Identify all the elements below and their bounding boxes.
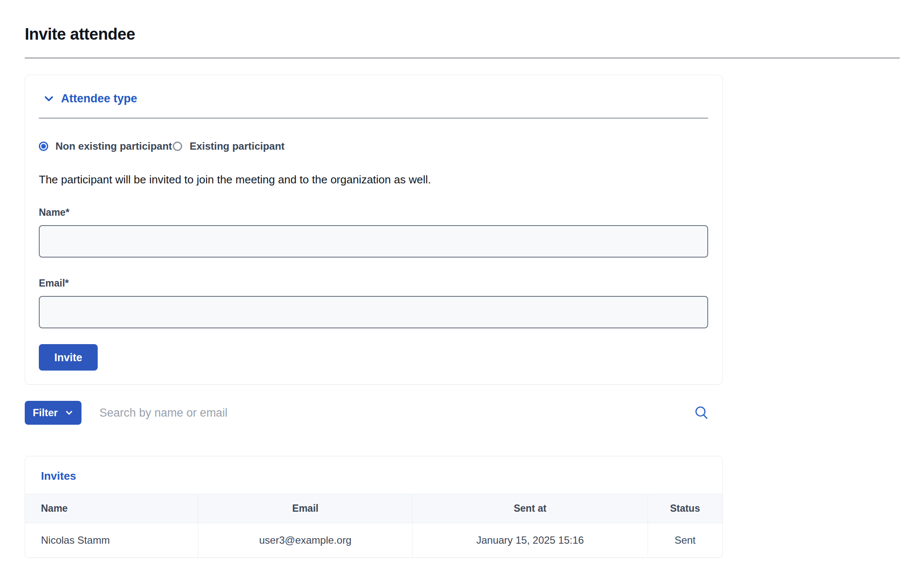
column-header-name: Name: [25, 494, 198, 523]
section-divider: [39, 118, 708, 119]
table-header-row: Name Email Sent at Status: [25, 494, 722, 523]
cell-invitee-email: user3@example.org: [198, 523, 413, 557]
radio-existing-participant[interactable]: Existing participant: [173, 140, 285, 153]
invites-card: Invites Name Email Sent at Status Nicola…: [25, 456, 723, 558]
attendee-type-radio-group: Non existing participant Existing partic…: [39, 140, 708, 153]
attendee-type-card: Attendee type Non existing participant E…: [25, 75, 723, 385]
table-row: Nicolas Stamm user3@example.org January …: [25, 523, 722, 557]
cell-status: Sent: [648, 523, 722, 557]
column-header-sent-at: Sent at: [413, 494, 648, 523]
invite-button[interactable]: Invite: [39, 344, 98, 371]
radio-label: Non existing participant: [55, 140, 172, 153]
filter-search-bar: Filter: [25, 401, 723, 425]
search-input[interactable]: [99, 401, 694, 425]
section-title: Attendee type: [61, 91, 137, 106]
column-header-status: Status: [648, 494, 722, 523]
attendee-type-section-toggle[interactable]: Attendee type: [39, 91, 708, 106]
invites-table: Name Email Sent at Status Nicolas Stamm …: [25, 494, 722, 557]
radio-unselected-icon[interactable]: [173, 142, 182, 151]
page-title: Invite attendee: [25, 0, 924, 43]
email-field-label: Email*: [39, 277, 708, 290]
search-icon[interactable]: [694, 406, 708, 420]
email-input[interactable]: [39, 296, 708, 328]
column-header-email: Email: [198, 494, 413, 523]
radio-label: Existing participant: [189, 140, 285, 153]
invites-card-title: Invites: [25, 456, 722, 494]
invite-attendee-page: Invite attendee Attendee type Non existi…: [0, 0, 924, 568]
radio-non-existing-participant[interactable]: Non existing participant: [39, 140, 172, 153]
title-divider: [25, 58, 900, 58]
participant-helper-text: The participant will be invited to join …: [39, 173, 708, 187]
name-field-label: Name*: [39, 206, 708, 219]
cell-sent-at: January 15, 2025 15:16: [413, 523, 648, 557]
name-input[interactable]: [39, 225, 708, 258]
filter-button-label: Filter: [33, 407, 58, 419]
cell-invitee-name: Nicolas Stamm: [25, 523, 198, 557]
chevron-down-icon: [65, 409, 73, 417]
chevron-down-icon: [43, 93, 55, 104]
radio-selected-icon[interactable]: [39, 142, 48, 151]
filter-dropdown-button[interactable]: Filter: [25, 401, 81, 425]
